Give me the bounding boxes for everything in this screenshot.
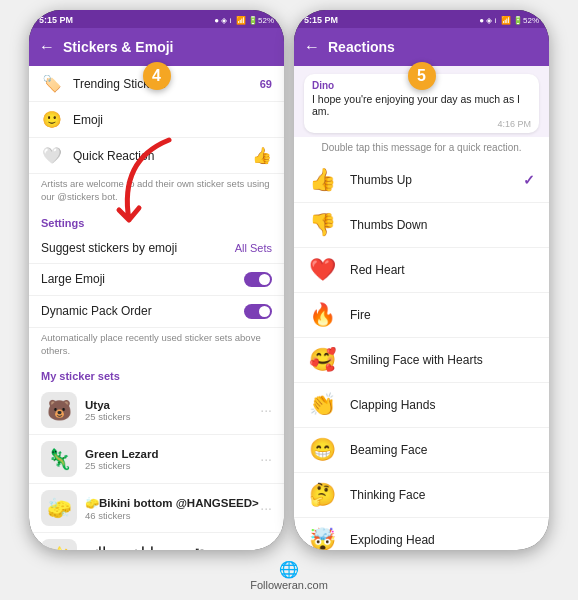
pack-name-bikini: 🧽Bikini bottom @HANGSEED> — [85, 496, 260, 510]
step-badge-4: 4 — [143, 62, 171, 90]
pack-icon-bikini: 🧽 — [41, 490, 77, 526]
pack-dots-lezard[interactable]: ··· — [260, 451, 272, 467]
trending-icon: 🏷️ — [41, 74, 63, 93]
suggest-label: Suggest stickers by emoji — [41, 241, 235, 255]
chat-message: I hope you're enjoying your day as much … — [312, 93, 531, 117]
status-icons-left: ● ◈ i 📶 🔋52% — [214, 16, 274, 25]
globe-icon: 🌐 — [279, 560, 299, 579]
back-button-right[interactable]: ← — [304, 38, 320, 56]
list-item-emoji[interactable]: 🙂 Emoji — [29, 102, 284, 138]
reaction-label-0: Thumbs Up — [350, 173, 523, 187]
reaction-emoji: 👍 — [252, 146, 272, 165]
status-time-left: 5:15 PM — [39, 15, 73, 25]
pack-row-arabic[interactable]: 🌟 تقدیم بهیماران سرطانی 74 stickers ··· — [29, 533, 284, 550]
reaction-emoji-7: 🤔 — [308, 482, 336, 508]
status-bar-left: 5:15 PM ● ◈ i 📶 🔋52% — [29, 10, 284, 28]
nav-title-left: Stickers & Emoji — [63, 39, 274, 55]
emoji-label: Emoji — [73, 113, 272, 127]
pack-icon-arabic: 🌟 — [41, 539, 77, 550]
reaction-emoji-5: 👏 — [308, 392, 336, 418]
pack-count-lezard: 25 stickers — [85, 460, 260, 471]
reaction-item[interactable]: 🤯 Exploding Head — [294, 518, 549, 550]
phone-right: 5 5:15 PM ● ◈ i 📶 🔋52% ← Reactions Dino … — [294, 10, 549, 550]
pack-row-utya[interactable]: 🐻 Utya 25 stickers ··· — [29, 386, 284, 435]
screen-left: 🏷️ Trending Stickers 69 🙂 Emoji 🤍 Quick … — [29, 66, 284, 550]
reaction-item[interactable]: ❤️ Red Heart — [294, 248, 549, 293]
reaction-item[interactable]: 👏 Clapping Hands — [294, 383, 549, 428]
pack-count-bikini: 46 stickers — [85, 510, 260, 521]
artists-note: Artists are welcome to add their own sti… — [29, 174, 284, 209]
reaction-label-4: Smiling Face with Hearts — [350, 353, 535, 367]
my-stickers-label: My sticker sets — [29, 362, 284, 386]
reaction-item[interactable]: 🥰 Smiling Face with Hearts — [294, 338, 549, 383]
reaction-emoji-6: 😁 — [308, 437, 336, 463]
reaction-emoji-2: ❤️ — [308, 257, 336, 283]
reaction-emoji-0: 👍 — [308, 167, 336, 193]
chat-time: 4:16 PM — [312, 119, 531, 129]
pack-name-lezard: Green Lezard — [85, 448, 260, 460]
reaction-label-7: Thinking Face — [350, 488, 535, 502]
back-button-left[interactable]: ← — [39, 38, 55, 56]
reaction-label: Quick Reaction — [73, 149, 252, 163]
pack-row-bikini[interactable]: 🧽 🧽Bikini bottom @HANGSEED> 46 stickers … — [29, 484, 284, 533]
reaction-item[interactable]: 😁 Beaming Face — [294, 428, 549, 473]
reaction-label-3: Fire — [350, 308, 535, 322]
reaction-item[interactable]: 🤔 Thinking Face — [294, 473, 549, 518]
pack-info-utya: Utya 25 stickers — [85, 399, 260, 422]
reaction-icon: 🤍 — [41, 146, 63, 165]
pack-dots-arabic[interactable]: ··· — [260, 549, 272, 550]
list-item-quick-reaction[interactable]: 🤍 Quick Reaction 👍 — [29, 138, 284, 174]
double-tap-hint: Double tap this message for a quick reac… — [294, 137, 549, 158]
reaction-label-8: Exploding Head — [350, 533, 535, 547]
trending-badge: 69 — [260, 78, 272, 90]
dynamic-pack-label: Dynamic Pack Order — [41, 304, 244, 318]
dynamic-pack-toggle[interactable] — [244, 304, 272, 319]
pack-dots-utya[interactable]: ··· — [260, 402, 272, 418]
reaction-emoji-8: 🤯 — [308, 527, 336, 550]
pack-icon-utya: 🐻 — [41, 392, 77, 428]
status-icons-right: ● ◈ i 📶 🔋52% — [479, 16, 539, 25]
pack-count-utya: 25 stickers — [85, 411, 260, 422]
reaction-item[interactable]: 👍 Thumbs Up ✓ — [294, 158, 549, 203]
list-item-large-emoji[interactable]: Large Emoji — [29, 264, 284, 296]
large-emoji-label: Large Emoji — [41, 272, 244, 286]
status-bar-right: 5:15 PM ● ◈ i 📶 🔋52% — [294, 10, 549, 28]
reaction-label-1: Thumbs Down — [350, 218, 535, 232]
pack-icon-lezard: 🦎 — [41, 441, 77, 477]
watermark-text: Followeran.com — [250, 579, 328, 591]
list-item-suggest[interactable]: Suggest stickers by emoji All Sets — [29, 233, 284, 264]
sticker-list: 🏷️ Trending Stickers 69 🙂 Emoji 🤍 Quick … — [29, 66, 284, 550]
reaction-emoji-4: 🥰 — [308, 347, 336, 373]
reaction-label-6: Beaming Face — [350, 443, 535, 457]
pack-dots-bikini[interactable]: ··· — [260, 500, 272, 516]
nav-bar-left: ← Stickers & Emoji — [29, 28, 284, 66]
pack-info-bikini: 🧽Bikini bottom @HANGSEED> 46 stickers — [85, 496, 260, 521]
watermark: 🌐 Followeran.com — [0, 560, 578, 591]
phone-left: 4 5:15 PM ● ◈ i 📶 🔋52% ← Stickers & Emoj… — [29, 10, 284, 550]
nav-title-right: Reactions — [328, 39, 539, 55]
reaction-label-5: Clapping Hands — [350, 398, 535, 412]
screen-right: Dino I hope you're enjoying your day as … — [294, 66, 549, 550]
large-emoji-toggle[interactable] — [244, 272, 272, 287]
pack-info-lezard: Green Lezard 25 stickers — [85, 448, 260, 471]
settings-section-label: Settings — [29, 209, 284, 233]
all-sets-link[interactable]: All Sets — [235, 242, 272, 254]
pack-info-arabic: تقدیم بهیماران سرطانی 74 stickers — [85, 545, 260, 550]
emoji-icon: 🙂 — [41, 110, 63, 129]
reaction-check: ✓ — [523, 172, 535, 188]
dynamic-note: Automatically place recently used sticke… — [29, 328, 284, 363]
reaction-emoji-1: 👎 — [308, 212, 336, 238]
pack-row-lezard[interactable]: 🦎 Green Lezard 25 stickers ··· — [29, 435, 284, 484]
reaction-label-2: Red Heart — [350, 263, 535, 277]
nav-bar-right: ← Reactions — [294, 28, 549, 66]
step-badge-5: 5 — [408, 62, 436, 90]
status-time-right: 5:15 PM — [304, 15, 338, 25]
reaction-item[interactable]: 👎 Thumbs Down — [294, 203, 549, 248]
reaction-list: 👍 Thumbs Up ✓ 👎 Thumbs Down ❤️ Red Heart… — [294, 158, 549, 550]
pack-name-arabic: تقدیم بهیماران سرطانی — [85, 545, 260, 550]
reaction-item[interactable]: 🔥 Fire — [294, 293, 549, 338]
list-item-dynamic-pack[interactable]: Dynamic Pack Order — [29, 296, 284, 328]
reaction-emoji-3: 🔥 — [308, 302, 336, 328]
pack-name-utya: Utya — [85, 399, 260, 411]
